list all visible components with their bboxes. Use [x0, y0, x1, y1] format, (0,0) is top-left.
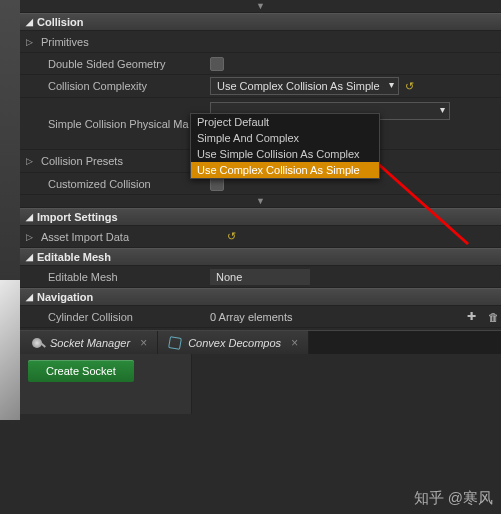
- section-title: Editable Mesh: [37, 251, 111, 263]
- watermark: 知乎 @寒风: [414, 489, 493, 508]
- value-editable-mesh[interactable]: None: [210, 269, 310, 285]
- tab-label: Socket Manager: [50, 337, 130, 349]
- chevron-down-icon: ◢: [26, 212, 33, 222]
- section-navigation[interactable]: ◢ Navigation: [20, 288, 501, 306]
- socket-icon: [30, 336, 44, 350]
- dropdown-value: Use Complex Collision As Simple: [217, 80, 380, 92]
- row-double-sided: Double Sided Geometry: [20, 53, 501, 75]
- array-elements-text: 0 Array elements: [210, 311, 293, 323]
- label-customized: Customized Collision: [20, 178, 206, 190]
- dropdown-option[interactable]: Project Default: [191, 114, 379, 130]
- chevron-down-icon: ◢: [26, 292, 33, 302]
- section-title: Navigation: [37, 291, 93, 303]
- checkbox-double-sided[interactable]: [210, 57, 224, 71]
- delete-element-icon[interactable]: 🗑: [485, 309, 501, 325]
- reset-icon[interactable]: ↺: [227, 230, 236, 243]
- expand-icon[interactable]: ▷: [26, 156, 33, 166]
- reset-icon[interactable]: ↺: [405, 80, 414, 93]
- bg-gradient: [0, 280, 20, 420]
- close-icon[interactable]: ×: [140, 336, 147, 350]
- dropdown-option[interactable]: Use Simple Collision As Complex: [191, 146, 379, 162]
- dropdown-complexity[interactable]: Use Complex Collision As Simple: [210, 77, 399, 95]
- section-editable-mesh[interactable]: ◢ Editable Mesh: [20, 248, 501, 266]
- label-editable-mesh: Editable Mesh: [20, 271, 206, 283]
- add-element-icon[interactable]: ✚: [463, 309, 479, 325]
- expand-icon[interactable]: ▷: [26, 232, 33, 242]
- expand-icon[interactable]: ▷: [26, 37, 33, 47]
- tab-socket-manager[interactable]: Socket Manager ×: [20, 331, 158, 354]
- label-cylinder: Cylinder Collision: [20, 311, 206, 323]
- row-collision-complexity: Collision Complexity Use Complex Collisi…: [20, 75, 501, 98]
- create-socket-button[interactable]: Create Socket: [28, 360, 134, 382]
- dropdown-option-selected[interactable]: Use Complex Collision As Simple: [191, 162, 379, 178]
- section-title: Import Settings: [37, 211, 118, 223]
- expand-toggle-collision[interactable]: ▼: [20, 195, 501, 208]
- convex-icon: [168, 336, 182, 350]
- label-primitives: Primitives: [37, 36, 223, 48]
- expand-toggle-top[interactable]: ▼: [20, 0, 501, 13]
- section-import[interactable]: ◢ Import Settings: [20, 208, 501, 226]
- close-icon[interactable]: ×: [291, 336, 298, 350]
- socket-manager-panel: Create Socket: [20, 354, 192, 414]
- section-collision[interactable]: ◢ Collision: [20, 13, 501, 31]
- chevron-down-icon: ◢: [26, 252, 33, 262]
- tab-convex-decompos[interactable]: Convex Decompos ×: [158, 331, 309, 354]
- dropdown-option[interactable]: Simple And Complex: [191, 130, 379, 146]
- row-cylinder-collision: Cylinder Collision 0 Array elements ✚ 🗑: [20, 306, 501, 328]
- section-title: Collision: [37, 16, 83, 28]
- label-double-sided: Double Sided Geometry: [20, 58, 206, 70]
- row-editable-mesh: Editable Mesh None: [20, 266, 501, 288]
- chevron-down-icon: ◢: [26, 17, 33, 27]
- row-primitives[interactable]: ▷ Primitives: [20, 31, 501, 53]
- tab-label: Convex Decompos: [188, 337, 281, 349]
- label-phys-material: Simple Collision Physical Ma: [20, 118, 206, 130]
- row-asset-import[interactable]: ▷ Asset Import Data ↺: [20, 226, 501, 248]
- label-asset-import: Asset Import Data: [37, 231, 223, 243]
- tabs-bar: Socket Manager × Convex Decompos ×: [20, 330, 501, 354]
- dropdown-complexity-menu[interactable]: Project Default Simple And Complex Use S…: [190, 113, 380, 179]
- label-complexity: Collision Complexity: [20, 80, 206, 92]
- convex-panel: [192, 354, 501, 414]
